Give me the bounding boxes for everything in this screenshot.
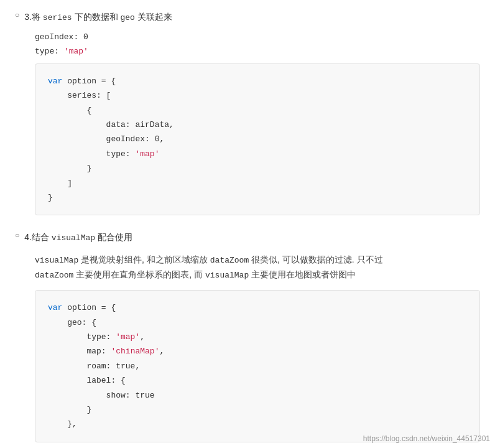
section-3-bullet: ○	[15, 11, 19, 19]
section-4-title: ○ 4.结合 visualMap 配合使用	[15, 230, 480, 245]
prop-type: type: 'map'	[35, 47, 480, 56]
prop-geoindex: geoIndex: 0	[35, 32, 480, 42]
section-4-title-text: 4.结合 visualMap 配合使用	[24, 230, 132, 245]
section-3: ○ 3.将 series 下的数据和 geo 关联起来 geoIndex: 0 …	[15, 10, 480, 215]
section-4-code: var option = { geo: { type: 'map', map: …	[35, 290, 480, 442]
section-4-bullet: ○	[15, 231, 19, 240]
section-3-title: ○ 3.将 series 下的数据和 geo 关联起来	[15, 10, 480, 25]
section-4-description: visualMap 是视觉映射组件, 和之前区域缩放 dataZoom 很类似,…	[35, 253, 480, 282]
section-3-code: var option = { series: [ { data: airData…	[35, 63, 480, 216]
page-container: ○ 3.将 series 下的数据和 geo 关联起来 geoIndex: 0 …	[0, 0, 495, 448]
section-4: ○ 4.结合 visualMap 配合使用 visualMap 是视觉映射组件,…	[15, 230, 480, 442]
section-3-title-text: 3.将 series 下的数据和 geo 关联起来	[24, 10, 172, 25]
watermark: https://blog.csdn.net/weixin_44517301	[363, 434, 490, 443]
